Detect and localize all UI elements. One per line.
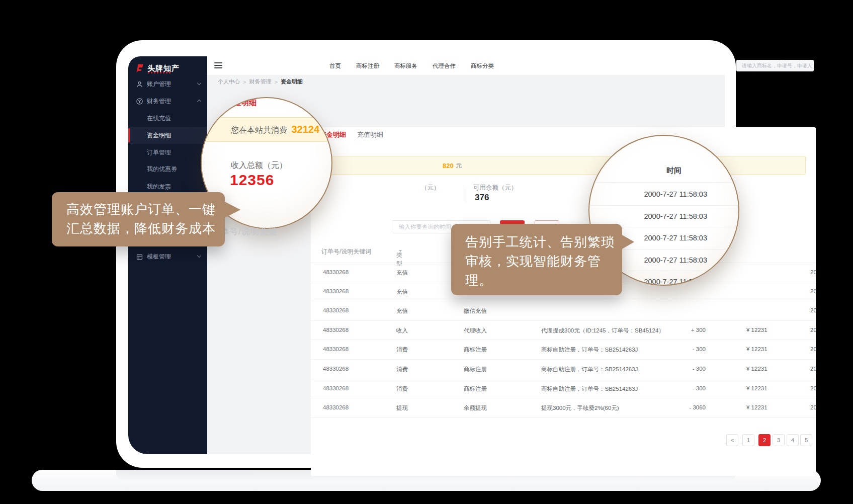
table-row: 48330268消费商标注册商标自助注册，订单号：SB2514263J- 300…	[311, 360, 816, 379]
page-button-3[interactable]: 3	[773, 434, 785, 446]
logo-icon	[135, 63, 145, 73]
banner-unit: 元	[456, 156, 462, 175]
global-search-input[interactable]: 请输入商标名，申请号，申请人	[736, 60, 814, 71]
sidebar: 头牌知产 账户管理 财务管理 在线充值 资金明细 订单管理 我的优惠券 我的发票…	[128, 56, 207, 454]
sidebar-item-label: 模板管理	[147, 253, 171, 261]
nav-link-trademark-register[interactable]: 商标注册	[356, 62, 379, 70]
nav-link-trademark-classes[interactable]: 商标分类	[471, 62, 494, 70]
consumption-banner: 820 元	[320, 156, 806, 175]
col-type-header[interactable]: 类型	[396, 247, 402, 255]
sidebar-sub-recharge[interactable]: 在线充值	[128, 110, 207, 127]
logo-tagline	[148, 72, 171, 73]
nav-links: 首页 商标注册 商标服务 代理合作 商标分类	[329, 56, 494, 75]
sidebar-item-templates[interactable]: 模板管理	[128, 248, 207, 265]
callout-arrow-right-icon	[224, 201, 240, 218]
callout-right-line: 理。	[465, 271, 622, 290]
sidebar-sub-orders[interactable]: 订单管理	[128, 144, 207, 161]
template-icon	[136, 253, 143, 261]
lens-income-value: 12356	[230, 172, 274, 189]
lens-banner-amount: 32124	[291, 124, 319, 135]
banner-amount: 820	[443, 156, 454, 175]
callout-left-line: 高效管理账户订单、一键	[66, 200, 225, 219]
lens-time-row: 2000-7-27 11:58:03	[588, 184, 738, 206]
nav-link-agency[interactable]: 代理合作	[433, 62, 456, 70]
app-logo[interactable]: 头牌知产	[135, 61, 180, 76]
table-row: 48330268消费商标注册商标自助注册，订单号：SB2514263J- 300…	[311, 340, 816, 360]
sidebar-sub-funds-detail[interactable]: 资金明细	[128, 127, 207, 144]
breadcrumb-item[interactable]: 财务管理	[249, 78, 271, 86]
lens-banner-strip: 您在本站共消费 32124 元	[201, 117, 332, 142]
stat-balance-label: 可用余额（元）	[473, 184, 518, 192]
breadcrumb-separator: >	[274, 79, 277, 85]
pagination: < 1 2 3 4 5	[311, 434, 816, 446]
stat-balance-value: 376	[475, 193, 489, 203]
nav-link-home[interactable]: 首页	[329, 62, 341, 70]
sidebar-item-label: 财务管理	[147, 97, 171, 106]
top-navbar: 首页 商标注册 商标服务 代理合作 商标分类 请输入商标名，申请号，申请人	[207, 56, 725, 75]
callout-right-line: 审核，实现智能财务管	[465, 251, 622, 271]
breadcrumb: 个人中心 > 财务管理 > 资金明细	[218, 78, 303, 86]
lens-separator	[589, 182, 738, 183]
nav-link-trademark-services[interactable]: 商标服务	[394, 62, 417, 70]
chevron-up-icon	[197, 100, 201, 104]
lens-time-header: 时间	[589, 166, 738, 176]
table-row: 48330268收入代理收入代理提成300元（ID:1245，订单号：SB451…	[311, 321, 816, 341]
page-button-4[interactable]: 4	[787, 434, 799, 446]
callout-right-line: 告别手工统计、告别繁琐	[465, 232, 622, 251]
sidebar-sub-coupons[interactable]: 我的优惠券	[128, 160, 207, 178]
prev-page-button[interactable]: <	[726, 434, 738, 446]
user-icon	[136, 80, 143, 88]
funds-detail-card: 资金明细 充值明细 820 元 （元） 可用余额（元） 376 输入你要查询的时…	[311, 127, 816, 476]
breadcrumb-item[interactable]: 个人中心	[218, 78, 240, 86]
page-canvas: 头牌知产 账户管理 财务管理 在线充值 资金明细 订单管理 我的优惠券 我的发票…	[0, 0, 853, 504]
table-row: 48330268消费商标注册商标自助注册，订单号：SB2514263J- 300…	[311, 379, 816, 399]
page-button-5[interactable]: 5	[800, 434, 812, 446]
table-row: 48330268充值微信充值2000-7-27 11:58:03	[311, 301, 816, 321]
sidebar-item-label: 账户管理	[147, 80, 171, 89]
callout-right: 告别手工统计、告别繁琐 审核，实现智能财务管 理。	[451, 224, 622, 295]
stat-divider	[466, 186, 466, 202]
breadcrumb-separator: >	[243, 79, 246, 85]
breadcrumb-current: 资金明细	[281, 78, 303, 86]
sidebar-item-account[interactable]: 账户管理	[128, 75, 207, 93]
callout-arrow-right-icon	[621, 234, 634, 249]
finance-icon	[136, 98, 143, 105]
sidebar-item-finance[interactable]: 财务管理	[128, 93, 207, 110]
chevron-down-icon	[197, 81, 201, 85]
hamburger-icon[interactable]	[211, 60, 226, 71]
callout-left: 高效管理账户订单、一键 汇总数据，降低财务成本	[52, 192, 225, 246]
stat-expense-unit: （元）	[421, 184, 440, 192]
lens-banner-prefix: 您在本站共消费	[231, 126, 287, 134]
page-button-2-active[interactable]: 2	[758, 434, 771, 446]
col-order-header: 订单号/说明关键词	[321, 247, 371, 256]
tab-recharge-detail[interactable]: 充值明细	[357, 130, 383, 139]
lens-income-label: 收入总额（元）	[231, 160, 287, 171]
callout-left-line: 汇总数据，降低财务成本	[66, 219, 225, 238]
page-button-1[interactable]: 1	[742, 434, 754, 446]
chevron-down-icon	[197, 254, 201, 258]
table-row: 48330268提现余额提现提现3000元，手续费2%(60元)- 3060¥ …	[311, 398, 816, 418]
